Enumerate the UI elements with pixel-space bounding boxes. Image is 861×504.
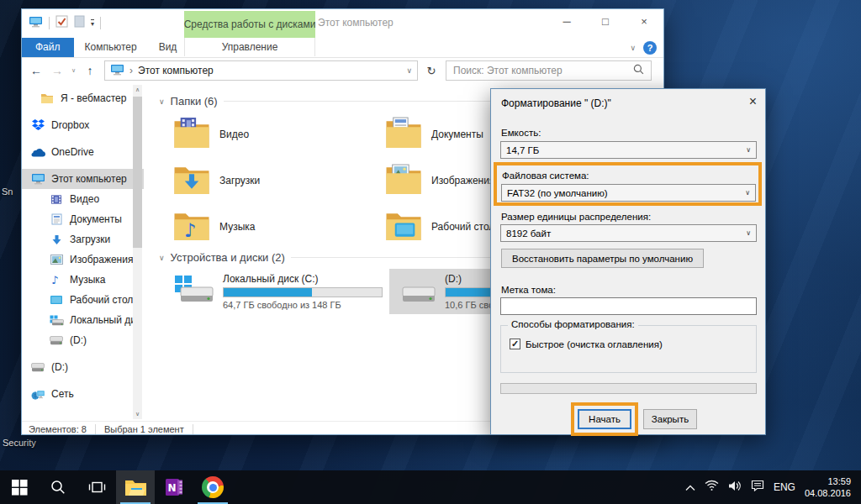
folder-name: Видео: [219, 129, 249, 140]
file-explorer-icon[interactable]: [116, 470, 155, 504]
filesystem-combobox[interactable]: FAT32 (по умолчанию) ∨: [501, 184, 756, 202]
quick-access-toolbar: ▾: [29, 15, 101, 31]
search-icon: [633, 64, 644, 77]
quick-format-checkbox[interactable]: ✓ Быстрое (очистка оглавления): [510, 339, 663, 349]
sidebar-item-label: Этот компьютер: [51, 173, 127, 185]
sidebar-item-label: Локальный дис: [70, 314, 141, 326]
sidebar-item-label: Рабочий стол: [70, 294, 133, 306]
sidebar-scrollbar[interactable]: ∧ ∨: [133, 85, 142, 419]
sidebar-item[interactable]: Я - вебмастер: [22, 88, 144, 108]
folder-pic-icon: [384, 162, 423, 199]
address-dropdown-icon[interactable]: ∨: [406, 66, 412, 75]
desktop-icon-label-fragment: Sn: [2, 186, 13, 197]
sidebar-item[interactable]: Рабочий стол: [22, 290, 144, 310]
recent-locations-icon[interactable]: ∨: [69, 67, 78, 74]
capacity-label: Емкость:: [501, 128, 541, 138]
language-indicator[interactable]: ENG: [774, 481, 795, 493]
sidebar-item[interactable]: Локальный дис: [22, 310, 144, 330]
chevron-down-icon: ∨: [159, 97, 165, 106]
minimize-button[interactable]: ─: [547, 9, 586, 33]
sidebar-item[interactable]: Документы: [22, 209, 144, 229]
task-view-icon[interactable]: [77, 470, 116, 504]
up-button[interactable]: ↑: [81, 64, 99, 77]
scrollbar-thumb[interactable]: [133, 97, 142, 248]
sidebar-item[interactable]: Dropbox: [22, 115, 144, 135]
sidebar-item[interactable]: Сеть: [22, 384, 144, 404]
close-dialog-button[interactable]: Закрыть: [643, 409, 697, 429]
scroll-up-icon[interactable]: ∧: [133, 87, 142, 93]
allocation-unit-combobox[interactable]: 8192 байт ∨: [500, 224, 757, 242]
chrome-icon[interactable]: [193, 470, 232, 504]
folder-tile[interactable]: Видео: [172, 111, 384, 157]
contextual-tab-drive-tools[interactable]: Средства работы с дисками: [184, 11, 315, 38]
back-button[interactable]: ←: [27, 64, 45, 77]
help-icon[interactable]: ?: [643, 41, 657, 55]
folder-video-icon: [172, 116, 211, 153]
folder-doc-icon: [384, 116, 423, 153]
thispc-icon: [30, 173, 45, 185]
capacity-combobox[interactable]: 14,7 ГБ ∨: [500, 141, 757, 159]
refresh-icon[interactable]: ↻: [423, 65, 440, 77]
sidebar-item-label: (D:): [51, 361, 68, 373]
customize-toolbar-icon[interactable]: ▾: [91, 19, 94, 28]
chevron-down-icon: ∨: [159, 254, 165, 262]
ribbon-tabs: Файл Компьютер Вид Управление ∨ ?: [22, 38, 663, 58]
divider: [49, 17, 50, 29]
chevron-down-icon: ∨: [746, 229, 751, 237]
sidebar-item-label: Я - вебмастер: [61, 92, 126, 104]
folder-tile[interactable]: ♪Музыка: [172, 203, 384, 249]
onenote-icon[interactable]: N: [155, 470, 193, 504]
tab-computer[interactable]: Компьютер: [74, 38, 148, 57]
desk-icon: [49, 295, 64, 306]
sidebar-item[interactable]: Видео: [22, 189, 144, 209]
sidebar-item[interactable]: Изображения: [22, 249, 144, 270]
maximize-button[interactable]: □: [586, 9, 625, 33]
volume-icon[interactable]: [728, 480, 742, 495]
down-icon: [49, 234, 64, 245]
expand-ribbon-icon[interactable]: ∨: [630, 44, 636, 52]
search-icon[interactable]: [39, 470, 77, 504]
start-button[interactable]: Начать: [578, 409, 631, 429]
start-button[interactable]: [0, 470, 39, 504]
new-folder-icon[interactable]: [74, 15, 85, 31]
sidebar-item-label: (D:): [70, 334, 87, 346]
tab-manage[interactable]: Управление: [184, 38, 315, 56]
folder-tile[interactable]: Загрузки: [172, 157, 384, 203]
format-dialog: Форматирование " (D:)" × Емкость: 14,7 Г…: [490, 88, 766, 435]
clock[interactable]: 13:59 04.08.2016: [805, 475, 851, 499]
wifi-icon[interactable]: [705, 480, 719, 495]
show-hidden-icons-icon[interactable]: [685, 480, 695, 495]
search-input[interactable]: Поиск: Этот компьютер: [446, 60, 652, 81]
drive-icon: [49, 336, 64, 345]
breadcrumb[interactable]: Этот компьютер: [138, 65, 214, 76]
drive-tile[interactable]: Локальный диск (C:)64,7 ГБ свободно из 1…: [167, 269, 389, 314]
tab-view[interactable]: Вид: [148, 38, 188, 57]
drive-free-space: 64,7 ГБ свободно из 148 ГБ: [223, 300, 383, 310]
this-pc-icon[interactable]: [29, 16, 43, 31]
video-icon: [49, 194, 64, 205]
sidebar-item[interactable]: (D:): [22, 357, 144, 377]
format-progress-bar: [500, 383, 757, 394]
drive-icon: [30, 363, 45, 372]
tab-file[interactable]: Файл: [22, 38, 74, 57]
forward-button[interactable]: →: [48, 64, 66, 77]
network-icon: [30, 389, 45, 400]
volume-label-input[interactable]: [500, 297, 757, 315]
sidebar-item[interactable]: (D:): [22, 330, 144, 350]
sidebar-item-label: Сеть: [51, 388, 74, 400]
scroll-down-icon[interactable]: ∨: [133, 411, 142, 417]
sidebar-item-label: Видео: [70, 193, 99, 205]
address-box[interactable]: › Этот компьютер ∨: [104, 60, 418, 81]
close-button[interactable]: ×: [625, 9, 663, 33]
svg-text:♪: ♪: [51, 274, 58, 286]
action-center-icon[interactable]: [751, 480, 764, 495]
close-icon[interactable]: ×: [749, 94, 757, 109]
restore-defaults-button[interactable]: Восстановить параметры по умолчанию: [501, 249, 704, 268]
checkmark-icon[interactable]: [55, 15, 68, 31]
sidebar-item[interactable]: ♪Музыка: [22, 270, 144, 290]
sidebar-item[interactable]: OneDrive: [22, 142, 144, 162]
dialog-title: Форматирование " (D:)": [501, 97, 611, 109]
sidebar-item[interactable]: Этот компьютер: [22, 169, 144, 189]
sidebar-item-label: Dropbox: [51, 119, 89, 131]
sidebar-item[interactable]: Загрузки: [22, 229, 144, 249]
